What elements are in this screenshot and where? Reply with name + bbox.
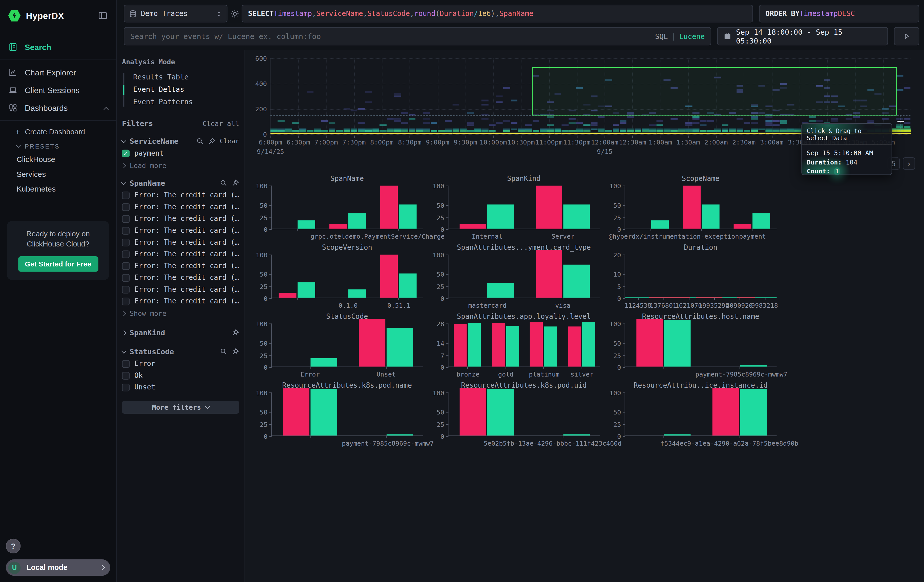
statuscode-option-error[interactable]: Error [122, 360, 239, 368]
load-more-button[interactable]: Load more [122, 162, 239, 170]
servicename-header[interactable]: ServiceName Clear [122, 137, 239, 145]
statuscode-header[interactable]: StatusCode [122, 347, 239, 356]
gear-icon[interactable] [228, 5, 242, 23]
more-filters-button[interactable]: More filters [122, 401, 239, 414]
chart-plot[interactable]: 025501005e02b5fb-13ae-4296-bbbc-111f423c… [448, 392, 600, 436]
chart-plot[interactable]: 02550100payment-7985c8969c-mwmw7 [625, 324, 777, 367]
pin-icon[interactable] [231, 179, 239, 187]
lucene-mode-button[interactable]: Lucene [679, 32, 705, 41]
chart-plot[interactable]: 02550100f5344ec9-a1ea-4290-a62a-78f5bee8… [625, 392, 777, 436]
search-icon[interactable] [196, 137, 204, 145]
sidebar-item-chart-explorer[interactable]: Chart Explorer [0, 64, 116, 81]
heatmap-cell [409, 118, 416, 120]
sidebar-item-client-sessions[interactable]: Client Sessions [0, 81, 116, 99]
checkbox[interactable] [122, 239, 130, 246]
checkbox[interactable] [122, 360, 130, 368]
help-button[interactable]: ? [6, 539, 20, 553]
spanname-option-5[interactable]: Error: The credit card (… [122, 251, 239, 258]
search-input[interactable]: Search your events w/ Lucene ex. column:… [124, 27, 711, 45]
checkbox[interactable] [122, 203, 130, 211]
run-query-button[interactable] [894, 27, 919, 45]
heatmap-cell [511, 128, 517, 130]
spanname-option-0[interactable]: Error: The credit card (… [122, 191, 239, 199]
heatmap-cell [482, 130, 488, 132]
show-more-button[interactable]: Show more [122, 310, 239, 318]
heatmap-cell [656, 130, 663, 132]
chart-plot[interactable]: 071428bronzegoldplatinumsilver [448, 324, 600, 367]
heatmap-cell [423, 128, 430, 130]
clear-all-button[interactable]: Clear all [202, 119, 239, 128]
sql-select-editor[interactable]: SELECT Timestamp, ServiceName, StatusCod… [242, 5, 753, 23]
date-range-picker[interactable]: Sep 14 18:00:00 - Sep 15 05:30:00 [717, 27, 888, 45]
chart-plot[interactable]: 0510201124538137680116210701993529540909… [625, 255, 777, 298]
servicename-option-payment[interactable]: payment [122, 150, 239, 157]
checkbox[interactable] [122, 298, 130, 305]
checkbox[interactable] [122, 227, 130, 234]
servicename-clear-button[interactable]: Clear [219, 137, 239, 145]
heatmap-cell [904, 122, 911, 124]
checkbox[interactable] [122, 191, 130, 199]
chart-plot[interactable]: 025501000.1.00.51.1 [271, 255, 423, 298]
y-tick-label: 50 [436, 271, 444, 279]
spankind-header[interactable]: SpanKind [122, 328, 239, 337]
checkbox[interactable] [122, 286, 130, 293]
checkbox[interactable] [122, 274, 130, 282]
chart-plot[interactable]: 02550100@hyperdx/instrumentation-excepti… [625, 186, 777, 229]
chart-plot[interactable]: 02550100payment-7985c8969c-mwmw7 [271, 392, 423, 436]
heatmap-cell [503, 132, 511, 134]
heatmap-selection-box[interactable] [532, 67, 897, 115]
spanname-option-4[interactable]: Error: The credit card (… [122, 239, 239, 246]
analysis-mode-option-event-patterns[interactable]: Event Patterns [123, 96, 239, 109]
analysis-mode-option-results-table[interactable]: Results Table [123, 71, 239, 84]
chart-plot[interactable]: 02550100ErrorUnset [271, 324, 423, 367]
spanname-option-8[interactable]: Error: The credit card (… [122, 286, 239, 293]
pin-icon[interactable] [208, 137, 216, 145]
checkbox[interactable] [122, 215, 130, 223]
sidebar-item-dashboards[interactable]: Dashboards [0, 99, 116, 117]
y-tick-mark [269, 355, 271, 356]
get-started-button[interactable]: Get Started for Free [18, 256, 98, 272]
heatmap-cell [685, 122, 692, 124]
spanname-option-9[interactable]: Error: The credit card (… [122, 298, 239, 305]
preset-link-kubernetes[interactable]: Kubernetes [0, 181, 116, 196]
order-by-editor[interactable]: ORDER BY Timestamp DESC [759, 5, 919, 23]
sidebar-item-search[interactable]: Search [0, 38, 116, 56]
next-page-button[interactable]: › [903, 157, 915, 170]
sql-mode-button[interactable]: SQL [655, 32, 668, 41]
search-icon[interactable] [220, 179, 228, 187]
sidebar-collapse-icon[interactable] [98, 11, 108, 21]
source-select[interactable]: Demo Traces [124, 5, 228, 23]
spanname-option-2[interactable]: Error: The credit card (… [122, 215, 239, 223]
chart-plot[interactable]: 02550100grpc.oteldemo.PaymentService/Cha… [271, 186, 423, 229]
heatmap-x-tick-label: 2:30am [732, 138, 756, 146]
chart-plot[interactable]: 02550100InternalServer [448, 186, 600, 229]
create-dashboard-button[interactable]: + Create Dashboard [0, 124, 116, 140]
spanname-option-6[interactable]: Error: The credit card (… [122, 262, 239, 270]
chart-plot[interactable]: 02550100mastercardvisa [448, 255, 600, 298]
heatmap-cell [671, 118, 678, 120]
user-menu[interactable]: U Local mode [6, 559, 110, 576]
x-tick-mark [297, 298, 297, 300]
checkbox[interactable] [122, 384, 130, 391]
spanname-header[interactable]: SpanName [122, 179, 239, 188]
spanname-option-1[interactable]: Error: The credit card (… [122, 203, 239, 211]
checkbox[interactable] [122, 262, 130, 270]
checkbox[interactable] [122, 372, 130, 379]
option-label: Error: The credit card (… [134, 262, 239, 270]
y-tick-label: 50 [260, 271, 268, 279]
checkbox[interactable] [122, 251, 130, 258]
checkbox-checked[interactable] [122, 150, 130, 157]
search-icon[interactable] [220, 348, 228, 355]
heatmap-cell [503, 87, 510, 89]
preset-link-clickhouse[interactable]: ClickHouse [0, 152, 116, 167]
presets-toggle[interactable]: PRESETS [0, 140, 116, 152]
bar-baseline [582, 322, 595, 367]
analysis-mode-option-event-deltas[interactable]: Event Deltas [123, 84, 239, 96]
spanname-option-3[interactable]: Error: The credit card (… [122, 227, 239, 234]
pin-icon[interactable] [231, 348, 239, 355]
spanname-option-7[interactable]: Error: The credit card (… [122, 274, 239, 282]
statuscode-option-unset[interactable]: Unset [122, 384, 239, 391]
pin-icon[interactable] [231, 329, 239, 336]
statuscode-option-ok[interactable]: Ok [122, 372, 239, 379]
preset-link-services[interactable]: Services [0, 167, 116, 181]
